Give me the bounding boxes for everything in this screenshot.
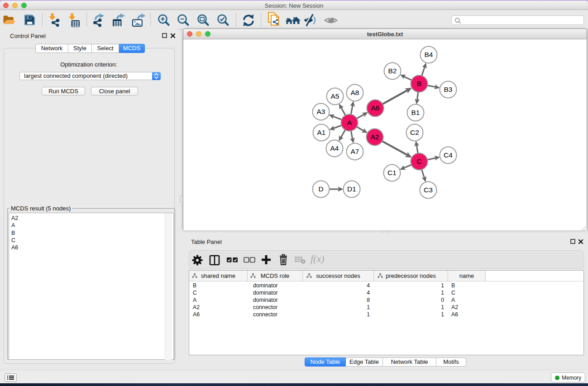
svg-text:B2: B2 — [388, 67, 397, 75]
svg-text:A: A — [347, 119, 352, 126]
svg-text:C3: C3 — [424, 186, 433, 194]
svg-text:A6: A6 — [371, 104, 380, 112]
svg-text:A7: A7 — [351, 148, 359, 155]
svg-text:B1: B1 — [411, 109, 420, 116]
svg-text:A5: A5 — [331, 92, 339, 100]
svg-text:C4: C4 — [444, 151, 453, 159]
svg-text:B4: B4 — [425, 51, 433, 58]
svg-text:D: D — [318, 185, 323, 193]
svg-text:C2: C2 — [410, 129, 419, 136]
svg-text:D1: D1 — [347, 185, 356, 193]
svg-text:A2: A2 — [371, 133, 379, 141]
svg-text:C1: C1 — [387, 169, 397, 176]
svg-text:A3: A3 — [317, 108, 325, 115]
svg-text:B3: B3 — [444, 86, 453, 93]
svg-text:A1: A1 — [317, 129, 326, 136]
svg-text:A8: A8 — [351, 89, 359, 96]
svg-text:A4: A4 — [330, 144, 339, 152]
svg-text:B: B — [417, 80, 421, 87]
svg-text:C: C — [416, 157, 421, 165]
